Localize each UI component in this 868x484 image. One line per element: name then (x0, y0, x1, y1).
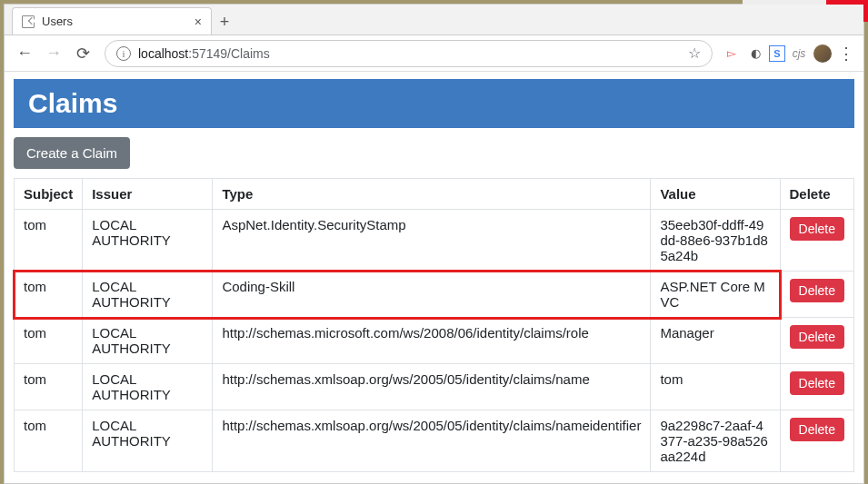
cell-type: Coding-Skill (213, 272, 651, 318)
delete-button[interactable]: Delete (790, 279, 844, 302)
col-type: Type (213, 179, 651, 210)
table-row: tomLOCAL AUTHORITYhttp://schemas.microso… (15, 318, 854, 364)
cell-delete: Delete (780, 272, 853, 318)
cell-subject: tom (15, 210, 83, 272)
cell-value: Manager (651, 318, 780, 364)
extension-icon-s[interactable]: S (769, 45, 785, 62)
address-bar[interactable]: i localhost:57149/Claims ☆ (105, 40, 713, 67)
cell-subject: tom (15, 272, 83, 318)
cell-type: http://schemas.xmlsoap.org/ws/2005/05/id… (213, 410, 651, 472)
page-title: Claims (14, 79, 854, 128)
cell-delete: Delete (780, 364, 853, 410)
cell-issuer: LOCAL AUTHORITY (83, 318, 213, 364)
cell-issuer: LOCAL AUTHORITY (83, 410, 213, 472)
create-claim-button[interactable]: Create a Claim (14, 137, 130, 169)
col-delete: Delete (780, 179, 853, 210)
cell-type: http://schemas.xmlsoap.org/ws/2005/05/id… (213, 364, 651, 410)
delete-button[interactable]: Delete (790, 325, 844, 349)
toolbar: ← → ⟳ i localhost:57149/Claims ☆ ▻ ◐ S c… (5, 35, 863, 72)
delete-button[interactable]: Delete (790, 418, 844, 441)
tab-strip: Users × + (5, 5, 863, 35)
reload-button[interactable]: ⟳ (70, 41, 95, 66)
table-row: tomLOCAL AUTHORITYAspNet.Identity.Securi… (15, 210, 854, 272)
new-tab-button[interactable]: + (212, 9, 237, 35)
tab-close-icon[interactable]: × (195, 15, 202, 29)
table-row: tomLOCAL AUTHORITYhttp://schemas.xmlsoap… (15, 410, 854, 472)
col-issuer: Issuer (83, 179, 213, 210)
cell-issuer: LOCAL AUTHORITY (83, 272, 213, 318)
browser-menu-icon[interactable]: ⋮ (836, 44, 856, 64)
cell-value: 9a2298c7-2aaf-4377-a235-98a526aa224d (651, 410, 780, 472)
url-text: localhost:57149/Claims (138, 46, 681, 61)
col-value: Value (651, 179, 780, 210)
table-row: tomLOCAL AUTHORITYhttp://schemas.xmlsoap… (15, 364, 854, 410)
forward-button[interactable]: → (41, 41, 66, 66)
cell-value: 35eeb30f-ddff-49dd-88e6-937b1d85a24b (651, 210, 780, 272)
cell-issuer: LOCAL AUTHORITY (83, 210, 213, 272)
profile-avatar[interactable] (813, 44, 833, 64)
cell-value: tom (651, 364, 780, 410)
col-subject: Subject (15, 179, 83, 210)
delete-button[interactable]: Delete (790, 371, 844, 395)
site-info-icon[interactable]: i (116, 46, 131, 61)
back-button[interactable]: ← (12, 41, 37, 66)
cell-subject: tom (15, 318, 83, 364)
table-row: tomLOCAL AUTHORITYCoding-SkillASP.NET Co… (15, 272, 854, 318)
browser-tab[interactable]: Users × (12, 7, 212, 35)
bookmark-star-icon[interactable]: ☆ (688, 44, 701, 62)
page-icon (22, 15, 35, 28)
cell-delete: Delete (780, 210, 853, 272)
cell-delete: Delete (780, 318, 853, 364)
claims-table: Subject Issuer Type Value Delete tomLOCA… (14, 178, 854, 472)
cell-delete: Delete (780, 410, 853, 472)
cell-type: AspNet.Identity.SecurityStamp (213, 210, 651, 272)
delete-button[interactable]: Delete (790, 217, 844, 241)
cell-subject: tom (15, 364, 83, 410)
cell-type: http://schemas.microsoft.com/ws/2008/06/… (213, 318, 651, 364)
extension-icon-2[interactable]: ◐ (745, 44, 765, 64)
extension-icon-cjs[interactable]: cjs (789, 44, 809, 64)
cell-subject: tom (15, 410, 83, 472)
extension-icon-1[interactable]: ▻ (722, 44, 742, 64)
tab-title: Users (42, 15, 73, 28)
cell-issuer: LOCAL AUTHORITY (83, 364, 213, 410)
cell-value: ASP.NET Core MVC (651, 272, 780, 318)
